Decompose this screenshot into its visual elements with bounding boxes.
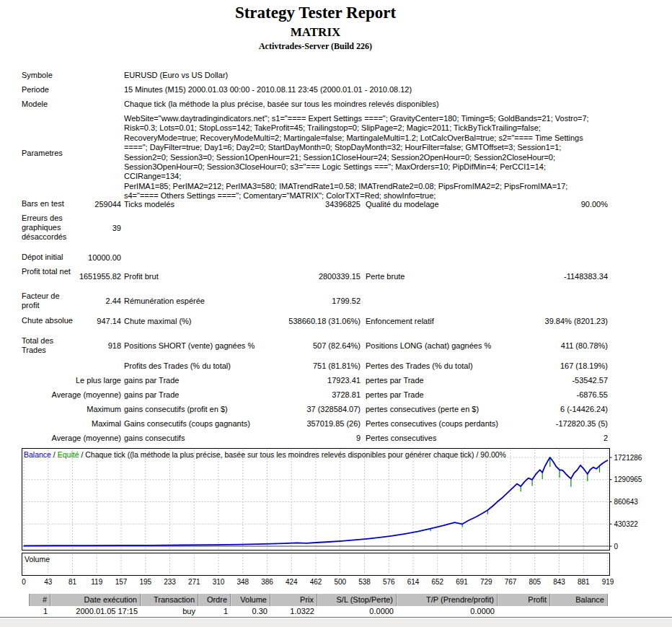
row-profits-des-trades: Profits des Trades (% du total) 751 (81.… [0,361,672,371]
parametres-line: ===="; DayFilter=true; Day1=6; Day2=0; S… [124,143,591,152]
volume-chart-label: Volume [25,555,50,564]
y-axis-label: 860643 [614,498,639,506]
x-axis-label: 157 [115,578,128,586]
stat-value: 357019.85 (26) [216,418,361,429]
table-cell: 1.0322 [270,606,317,617]
stat-value: 9 [216,433,361,443]
y-axis-label: 1290965 [614,475,642,483]
stat-value: 2 [464,433,608,443]
x-axis-label: 843 [553,578,565,586]
table-header-cell: Transaction [141,594,198,606]
x-axis-label: 195 [139,578,151,586]
table-header-cell: # [29,594,50,606]
table-cell [498,606,550,617]
stat-value: 1799.52 [216,291,361,311]
stat-value: 6 (-14426.24) [464,404,608,414]
table-header-cell: Ordre [198,594,231,606]
x-axis-label: 424 [286,578,298,586]
legend-balance: Balance [24,450,51,459]
row-modele: Modele Chaque tick (la méthode la plus p… [0,100,672,110]
trade-table-header: #Date exécutionTransactionOrdreVolumePri… [29,594,608,606]
stat-value: 15 Minutes (M15) 2000.01.03 00:00 - 2010… [124,85,614,95]
row-depot-initial: Dépot initial 10000.00 [0,253,672,263]
page-title: Strategy Tester Report [0,4,631,22]
stat-value: 10000.00 [43,253,121,263]
stat-label: Average (moyenne) [22,433,121,443]
stat-value: EURUSD (Euro vs US Dollar) [124,71,614,80]
x-axis-label: 919 [602,578,614,586]
parametres-line: PerIMA1=85; PerIMA2=212; PerIMA3=580; IM… [124,182,591,191]
stat-value: Chaque tick (la méthode la plus précise,… [124,100,614,109]
row-maximum-consecutifs: Maximum gains consecutifs (profit en $) … [0,404,672,414]
x-axis-label: 43 [44,578,53,586]
table-header-cell: T/P (Prendre/profit) [397,594,498,606]
stat-label: Symbole [22,71,78,80]
x-axis-label: 538 [358,578,371,586]
x-axis-label: 310 [213,578,225,586]
row-facteur-de-profit: Facteur de profit 2.44 Rémunération espé… [0,291,672,311]
stat-value: 507 (82.64%) [216,336,361,356]
stat-value: 538660.18 (31.06%) [216,316,361,326]
row-bars-en-test: Bars en test 259044 Ticks modelés 343968… [0,199,672,209]
table-header-cell: Prix [270,594,317,606]
row-erreurs-graphiques: Erreurs des graphiques désaccordés 39 [0,214,672,242]
stat-value: 3728.81 [216,390,361,400]
table-cell: buy [141,606,198,617]
stat-value: 167 (18.19%) [464,361,608,371]
strategy-tester-report: Strategy Tester Report MATRIX Activtrade… [0,0,672,627]
row-periode: Periode 15 Minutes (M15) 2000.01.03 00:0… [0,85,672,95]
stat-label: Maximal [22,418,121,429]
x-axis-label: 576 [383,578,395,586]
expert-name: MATRIX [0,25,631,40]
row-parametres: Parametres WebSite="www.daytradingindica… [0,114,672,192]
table-cell: 1 [198,606,231,617]
trade-table-row: 12000.01.05 17:15buy10.301.03220.00000.0… [29,606,608,617]
parametres-line: Session2=0; Session3=0; Session1OpenHour… [124,153,591,162]
x-axis-label: 0 [22,578,26,586]
stat-value: -53542.57 [464,375,608,385]
stat-value: 37 (328584.07) [216,404,361,414]
stat-label: Modele [22,100,78,109]
balance-chart: 0438111915719523327131034838642446250053… [0,447,672,592]
table-cell: 0.30 [231,606,270,617]
table-cell [550,606,608,617]
parametres-line: Session3OpenHour=0; Session3CloseHour=0;… [124,162,591,182]
table-cell: 1 [29,606,50,617]
x-axis-label: 462 [310,578,322,586]
stat-value: -172820.35 (5) [464,418,608,429]
x-axis-label: 729 [480,578,492,586]
stat-value: 1651955.82 [43,267,121,286]
stat-label: Periode [22,85,78,95]
y-axis-label: 430322 [614,520,639,528]
legend-separator: / [79,450,86,459]
x-axis-label: 881 [578,578,590,586]
parametres-line: Risk=0.3; Lots=0.01; StopLoss=142; TakeP… [124,123,591,133]
row-symbole: Symbole EURUSD (Euro vs US Dollar) [0,71,672,81]
x-axis-label: 691 [456,578,468,586]
x-axis-label: 614 [407,578,420,586]
table-cell: 0.0000 [317,606,397,617]
x-axis-label: 348 [236,578,249,586]
row-profit-total-net: Profit total net 1651955.82 Profit brut … [0,267,672,286]
stat-value: 259044 [43,199,121,209]
table-header-cell: Date exécution [50,594,141,606]
parametres-line: RecoveryMode=true; RecoveryModeMulti=2; … [124,133,591,143]
server-build: Activtrades-Server (Build 226) [0,41,631,52]
stat-value: 34396825 [216,199,361,209]
stat-value: 90.00% [464,199,608,209]
row-le-plus-large: Le plus large gains par Trade 17923.41 p… [0,375,672,385]
parametres-line: WebSite="www.daytradingindicators.net"; … [124,114,591,123]
stat-label: Parametres [22,114,78,192]
row-maximal-consecutifs: Maximal Gains consecutifs (coups gagnant… [0,418,672,429]
row-total-des-trades: Total des Trades 918 Positions SHORT (ve… [0,336,672,356]
parametres-text: WebSite="www.daytradingindicators.net"; … [124,114,591,201]
legend-equity: Equité [58,450,79,459]
table-header-cell: Volume [231,594,270,606]
x-axis-label: 233 [164,578,176,586]
stat-value: 411 (80.78%) [464,336,608,356]
legend-separator: / [51,450,58,459]
table-cell: 2000.01.05 17:15 [50,606,141,617]
stat-label: Average (moyenne) [22,390,121,400]
y-axis-label: 0 [614,543,619,551]
stat-label: Maximum [22,404,121,414]
